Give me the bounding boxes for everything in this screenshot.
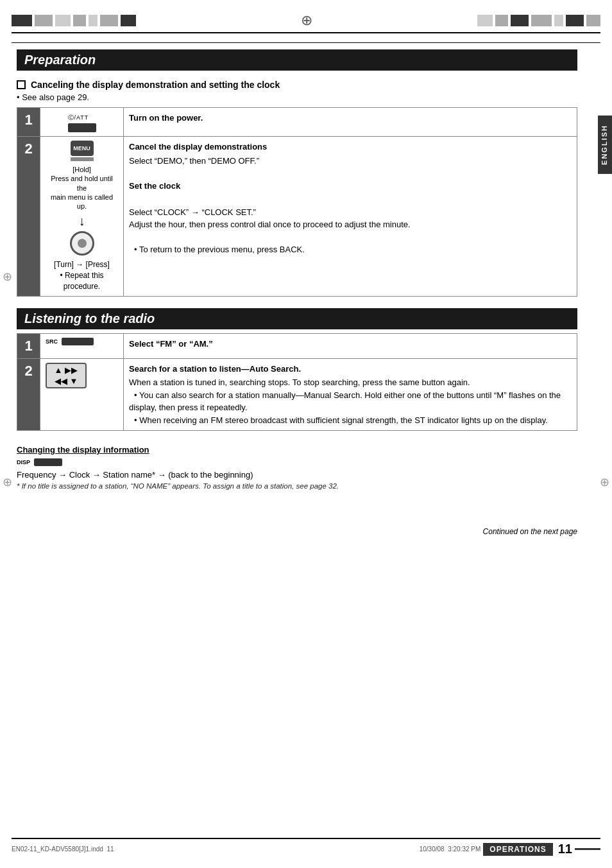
reg-mark-left: ⊕ <box>3 270 12 284</box>
seek-up-right: ▶▶ <box>65 365 78 375</box>
bar-block <box>35 15 53 26</box>
section-radio: Listening to the radio <box>17 308 577 329</box>
auto-search-bold: Search for a station to listen—Auto Sear… <box>129 363 572 376</box>
step-icon-menu: MENU [Hold]Press and hold until themain … <box>40 137 124 297</box>
src-button-icon: SRC <box>46 338 118 345</box>
menu-line <box>71 157 94 161</box>
power-button-icon: Ⓒ/ATT <box>68 114 96 132</box>
changing-display-heading: Changing the display information <box>17 445 577 455</box>
bar-block <box>566 15 584 26</box>
bar-block <box>554 15 563 26</box>
table-row: 1 SRC Select “FM” or “AM.” <box>17 333 577 358</box>
fm-stereo-note: • When receiving an FM stereo broadcast … <box>134 415 548 425</box>
radio-steps-table: 1 SRC Select “FM” or “AM.” 2 ▲ <box>17 333 577 431</box>
section-preparation: Preparation <box>17 49 577 71</box>
disp-rect <box>34 458 62 466</box>
seek-down-right: ▼ <box>70 376 78 386</box>
bottom-right-line <box>575 848 600 850</box>
step-1-content: Turn on the power. <box>124 108 577 137</box>
step-num-1: 1 <box>17 108 40 137</box>
bottom-right: 10/30/08 3:20:32 PM OPERATIONS 11 <box>420 842 600 856</box>
operations-badge: OPERATIONS <box>483 843 552 856</box>
step-num-2: 2 <box>17 137 40 297</box>
reg-mark-right: ⊕ <box>600 475 609 489</box>
step-2-content: Cancel the display demonstrations Select… <box>124 137 577 297</box>
radio-step-icon-seek: ▲ ▶▶ ◀◀ ▼ <box>40 358 124 431</box>
seek-arrows: ▲ ▶▶ <box>55 365 78 375</box>
continued-text: Continued on the next page <box>17 527 577 536</box>
menu-button: MENU <box>71 141 94 161</box>
subsection-cancel-demo: Canceling the display demonstration and … <box>17 80 577 90</box>
bar-block <box>73 15 86 26</box>
preparation-steps-table: 1 Ⓒ/ATT Turn on the power. 2 MENU <box>17 107 577 297</box>
page-number: 11 <box>558 842 572 856</box>
main-content: Preparation Canceling the display demons… <box>12 49 582 536</box>
bottom-bar: EN02-11_KD-ADV5580[J]1.indd 11 10/30/08 … <box>12 838 600 856</box>
radio-step-2-content: Search for a station to listen—Auto Sear… <box>124 358 577 431</box>
seek-arrows-down: ◀◀ ▼ <box>55 376 78 386</box>
select-fm-am: Select “FM” or “AM.” <box>129 338 572 351</box>
bar-block <box>121 15 136 26</box>
radio-step-num-1: 1 <box>17 333 40 358</box>
arrow-down-icon: ↓ <box>79 214 85 227</box>
hold-text: [Hold]Press and hold until themain menu … <box>46 165 118 211</box>
seek-up-left: ▲ <box>55 365 63 375</box>
set-clock-bold: Set the clock <box>129 180 572 193</box>
disp-button-area: DISP <box>17 458 577 466</box>
bar-block <box>100 15 118 26</box>
step-icon-power: Ⓒ/ATT <box>40 108 124 137</box>
bar-block <box>495 15 508 26</box>
top-bar-left <box>12 15 136 26</box>
reg-mark-left2: ⊕ <box>3 475 12 489</box>
bar-block <box>531 15 552 26</box>
top-bar: ⊕ <box>12 12 600 30</box>
menu-dial-icon: MENU [Hold]Press and hold until themain … <box>46 141 118 292</box>
bar-block <box>89 15 98 26</box>
reg-mark-top: ⊕ <box>301 12 312 29</box>
top-bar-right <box>477 15 600 26</box>
dial-icon <box>70 231 94 256</box>
bottom-content: EN02-11_KD-ADV5580[J]1.indd 11 10/30/08 … <box>12 842 600 856</box>
manual-search-note: • You can also search for a station manu… <box>129 390 561 413</box>
ops-area: OPERATIONS 11 <box>483 842 600 856</box>
cancel-demo-text: Select “DEMO,” then “DEMO OFF.” <box>129 156 259 166</box>
seek-button-icon: ▲ ▶▶ ◀◀ ▼ <box>46 363 87 388</box>
table-row: 2 MENU [Hold]Press and hold until themai… <box>17 137 577 297</box>
bar-block <box>55 15 71 26</box>
seek-down-left: ◀◀ <box>55 376 67 386</box>
auto-search-text: When a station is tuned in, searching st… <box>129 378 470 387</box>
bottom-date: 10/30/08 3:20:32 PM <box>420 846 481 853</box>
radio-step-icon-src: SRC <box>40 333 124 358</box>
checkbox-icon <box>17 80 26 89</box>
set-clock-text: Select “CLOCK” → “CLOCK SET.”Adjust the … <box>129 207 411 230</box>
station-name-note: * If no title is assigned to a station, … <box>17 482 577 490</box>
dial-inner <box>78 239 87 248</box>
bottom-line <box>12 838 600 839</box>
table-row: 2 ▲ ▶▶ ◀◀ ▼ Search for a station <box>17 358 577 431</box>
bar-block <box>586 15 600 26</box>
freq-line: Frequency → Clock → Station name* → (bac… <box>17 470 577 480</box>
radio-step-num-2: 2 <box>17 358 40 431</box>
turn-text: [Turn] → [Press]• Repeat this procedure. <box>46 259 118 291</box>
return-note: • To return to the previous menu, press … <box>134 245 305 254</box>
bar-block <box>12 15 32 26</box>
bar-block <box>477 15 493 26</box>
menu-circle: MENU <box>71 141 94 156</box>
power-rect <box>68 123 96 132</box>
cancel-demo-bold: Cancel the display demonstrations <box>129 141 572 153</box>
english-tab: ENGLISH <box>598 116 612 174</box>
table-row: 1 Ⓒ/ATT Turn on the power. <box>17 108 577 137</box>
see-also-text: • See also page 29. <box>17 92 577 102</box>
disp-label: DISP <box>17 459 30 465</box>
bar-block <box>511 15 529 26</box>
radio-step-1-content: Select “FM” or “AM.” <box>124 333 577 358</box>
src-rect <box>62 338 94 345</box>
bottom-file-info: EN02-11_KD-ADV5580[J]1.indd 11 <box>12 846 114 853</box>
